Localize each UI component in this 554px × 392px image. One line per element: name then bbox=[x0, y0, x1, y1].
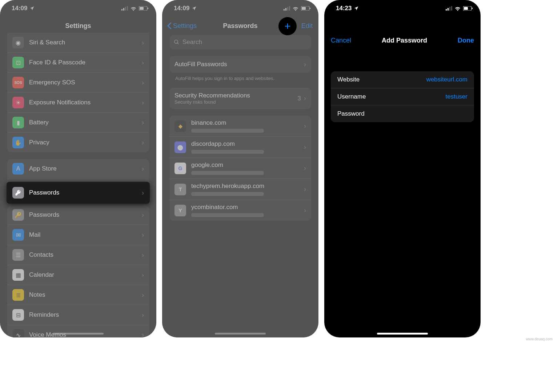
settings-row-exposure[interactable]: ☀Exposure Notifications› bbox=[7, 92, 149, 112]
settings-row-label: Privacy bbox=[29, 139, 142, 146]
autofill-label: AutoFill Passwords bbox=[174, 61, 304, 68]
security-subtitle: Security risks found bbox=[174, 99, 298, 105]
battery-icon bbox=[139, 6, 148, 11]
settings-row-battery[interactable]: ▮Battery› bbox=[7, 112, 149, 132]
appstore-icon: A bbox=[12, 163, 24, 175]
chevron-right-icon: › bbox=[142, 291, 144, 299]
notes-icon: ≣ bbox=[12, 289, 24, 301]
account-row[interactable]: Yycombinator.com› bbox=[169, 200, 311, 221]
chevron-right-icon: › bbox=[142, 311, 144, 319]
chevron-right-icon: › bbox=[304, 122, 306, 130]
reminders-icon: ⊟ bbox=[12, 309, 24, 321]
key-icon: 🔑 bbox=[12, 209, 24, 221]
account-row[interactable]: ◆binance.com› bbox=[169, 116, 311, 136]
autofill-passwords-row[interactable]: AutoFill Passwords › bbox=[169, 56, 311, 73]
status-time: 14:09 bbox=[174, 5, 189, 12]
svg-rect-6 bbox=[148, 8, 148, 9]
form-value[interactable]: websiteurl.com bbox=[426, 76, 467, 83]
svg-rect-0 bbox=[121, 9, 123, 11]
contacts-icon: ☰ bbox=[12, 249, 24, 261]
site-icon: G bbox=[174, 163, 186, 174]
site-icon: Y bbox=[174, 205, 186, 216]
chevron-right-icon: › bbox=[142, 231, 144, 239]
back-button[interactable]: Settings bbox=[167, 22, 197, 30]
search-icon bbox=[174, 39, 180, 45]
form-value[interactable]: testuser bbox=[446, 93, 467, 100]
settings-row-calendar[interactable]: ▦Calendar› bbox=[7, 265, 149, 285]
done-button[interactable]: Done bbox=[458, 37, 474, 44]
settings-row-label: Face ID & Passcode bbox=[29, 59, 142, 66]
settings-row-faceid[interactable]: ⊡Face ID & Passcode› bbox=[7, 52, 149, 72]
form-row-password[interactable]: Password bbox=[331, 105, 474, 122]
sheet-nav: Cancel Add Password Done bbox=[324, 31, 481, 49]
home-indicator[interactable] bbox=[53, 333, 104, 335]
settings-row-label: Passwords bbox=[29, 211, 142, 219]
chevron-right-icon: › bbox=[142, 271, 144, 279]
form-row-username[interactable]: Usernametestuser bbox=[331, 88, 474, 105]
chevron-right-icon: › bbox=[142, 251, 144, 259]
account-row[interactable]: Ttechyprem.herokuapp.com› bbox=[169, 179, 311, 200]
svg-line-15 bbox=[177, 43, 178, 44]
site-icon: T bbox=[174, 184, 186, 195]
site-icon: ⬤ bbox=[174, 141, 186, 153]
sos-icon: SOS bbox=[12, 77, 24, 88]
chevron-right-icon: › bbox=[142, 99, 144, 107]
nav-title: Passwords bbox=[223, 22, 257, 30]
form-label: Username bbox=[337, 93, 366, 100]
voicememos-icon: ∿ bbox=[12, 329, 24, 337]
form-row-website[interactable]: Websitewebsiteurl.com bbox=[331, 71, 474, 88]
privacy-icon: ✋ bbox=[12, 137, 24, 148]
svg-rect-12 bbox=[302, 7, 306, 10]
screenshot-passwords-list: 14:09 Settings Passwords + Edit Search A… bbox=[162, 0, 318, 337]
search-input[interactable]: Search bbox=[169, 35, 311, 49]
add-password-highlight[interactable]: + bbox=[278, 17, 297, 35]
settings-row-label: Notes bbox=[29, 291, 142, 299]
account-username-redacted bbox=[191, 213, 264, 217]
autofill-footer: AutoFill helps you sign in to apps and w… bbox=[169, 73, 311, 81]
settings-row-passwords-highlight[interactable]: Passwords › bbox=[7, 182, 150, 204]
settings-row-voicememos[interactable]: ∿Voice Memos› bbox=[7, 325, 149, 337]
account-site: discordapp.com bbox=[191, 140, 304, 148]
security-recommendations-row[interactable]: Security Recommendations Security risks … bbox=[169, 88, 311, 109]
site-icon: ◆ bbox=[174, 120, 186, 132]
settings-row-siri[interactable]: ◉Siri & Search› bbox=[7, 33, 149, 52]
calendar-icon: ▦ bbox=[12, 269, 24, 281]
svg-point-14 bbox=[174, 40, 178, 43]
wifi-icon bbox=[130, 6, 137, 11]
settings-row-mail[interactable]: ✉Mail› bbox=[7, 225, 149, 245]
settings-row-notes[interactable]: ≣Notes› bbox=[7, 285, 149, 305]
cancel-button[interactable]: Cancel bbox=[331, 37, 351, 44]
settings-row-sos[interactable]: SOSEmergency SOS› bbox=[7, 72, 149, 92]
svg-rect-22 bbox=[472, 8, 473, 9]
settings-row-privacy[interactable]: ✋Privacy› bbox=[7, 132, 149, 152]
exposure-icon: ☀ bbox=[12, 97, 24, 108]
settings-row-reminders[interactable]: ⊟Reminders› bbox=[7, 305, 149, 325]
signal-icon bbox=[446, 6, 452, 11]
svg-rect-21 bbox=[464, 7, 468, 10]
status-time: 14:09 bbox=[12, 5, 27, 12]
account-site: binance.com bbox=[191, 119, 304, 127]
settings-row-key[interactable]: 🔑Passwords› bbox=[7, 205, 149, 225]
account-row[interactable]: Ggoogle.com› bbox=[169, 157, 311, 179]
svg-rect-13 bbox=[310, 8, 310, 9]
settings-row-label: Reminders bbox=[29, 311, 142, 319]
settings-row-label: Exposure Notifications bbox=[29, 99, 142, 106]
settings-row-contacts[interactable]: ☰Contacts› bbox=[7, 245, 149, 265]
chevron-right-icon: › bbox=[304, 185, 306, 193]
home-indicator[interactable] bbox=[377, 333, 428, 335]
account-username-redacted bbox=[191, 129, 264, 133]
chevron-right-icon: › bbox=[142, 331, 144, 338]
nav-bar-settings: Settings bbox=[0, 17, 156, 35]
settings-row-appstore[interactable]: AApp Store› bbox=[7, 159, 149, 179]
svg-rect-19 bbox=[451, 6, 452, 11]
screenshot-add-password: 14:23 Cancel Add Password Done Websitewe… bbox=[324, 0, 481, 337]
battery-icon: ▮ bbox=[12, 117, 24, 128]
edit-button[interactable]: Edit bbox=[301, 22, 313, 30]
account-site: ycombinator.com bbox=[191, 204, 304, 211]
account-row[interactable]: ⬤discordapp.com› bbox=[169, 136, 311, 157]
home-indicator[interactable] bbox=[215, 333, 266, 335]
security-count: 3 bbox=[298, 95, 301, 102]
autofill-group: AutoFill Passwords › bbox=[169, 56, 311, 73]
battery-icon bbox=[463, 6, 473, 11]
key-icon bbox=[12, 187, 24, 199]
